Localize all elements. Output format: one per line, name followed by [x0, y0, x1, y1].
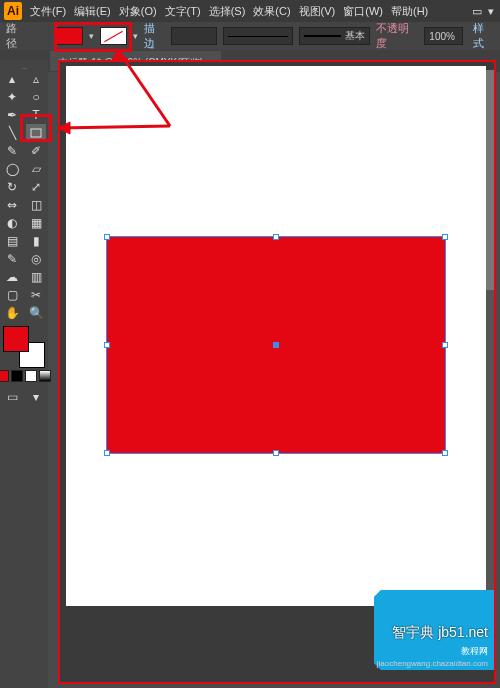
menu-object[interactable]: 对象(O) [119, 4, 157, 19]
width-tool[interactable]: ⇔ [2, 196, 22, 214]
eraser-tool[interactable]: ▱ [26, 160, 46, 178]
stroke-width-field[interactable] [171, 27, 217, 45]
handle-top-right[interactable] [442, 234, 448, 240]
eyedropper-tool[interactable]: ✎ [2, 250, 22, 268]
zoom-tool[interactable]: 🔍 [26, 304, 46, 322]
direct-selection-tool[interactable]: ▵ [26, 70, 46, 88]
menu-help[interactable]: 帮助(H) [391, 4, 428, 19]
handle-bottom-middle[interactable] [273, 450, 279, 456]
pencil-tool[interactable]: ✐ [26, 142, 46, 160]
selection-bounding-box[interactable] [106, 236, 446, 454]
handle-top-left[interactable] [104, 234, 110, 240]
hand-tool[interactable]: ✋ [2, 304, 22, 322]
handle-middle-left[interactable] [104, 342, 110, 348]
rotate-tool[interactable]: ↻ [2, 178, 22, 196]
artboard[interactable] [66, 66, 486, 606]
blend-tool[interactable]: ◎ [26, 250, 46, 268]
slice-tool[interactable]: ✂ [26, 286, 46, 304]
stroke-label[interactable]: 描边 [144, 21, 165, 51]
gradient-tool[interactable]: ▮ [26, 232, 46, 250]
scale-tool[interactable]: ⤢ [26, 178, 46, 196]
document-window: 智宇典 jb51.net 教程网 jiaochengwang.chazaidia… [58, 60, 496, 684]
handle-center[interactable] [273, 342, 279, 348]
opacity-field[interactable]: 100% [424, 27, 463, 45]
fill-stroke-control[interactable] [3, 326, 45, 368]
opacity-label[interactable]: 不透明度 [376, 21, 418, 51]
mesh-tool[interactable]: ▤ [2, 232, 22, 250]
menu-file[interactable]: 文件(F) [30, 4, 66, 19]
menu-window[interactable]: 窗口(W) [343, 4, 383, 19]
blob-brush-tool[interactable]: ◯ [2, 160, 22, 178]
handle-middle-right[interactable] [442, 342, 448, 348]
fill-dropdown-icon[interactable]: ▾ [89, 31, 94, 41]
style-label[interactable]: 样式 [473, 21, 494, 51]
handle-bottom-left[interactable] [104, 450, 110, 456]
symbol-sprayer-tool[interactable]: ☁ [2, 268, 22, 286]
menu-type[interactable]: 文字(T) [165, 4, 201, 19]
watermark-corner: 智宇典 jb51.net 教程网 jiaochengwang.chazaidia… [374, 590, 494, 670]
fill-swatch[interactable] [56, 27, 83, 45]
handle-top-middle[interactable] [273, 234, 279, 240]
watermark-text-2: 教程网 [461, 645, 488, 658]
app-logo: Ai [4, 2, 22, 20]
fill-color-box[interactable] [3, 326, 29, 352]
screen-mode-menu-icon[interactable]: ▾ [26, 388, 46, 406]
selection-tool[interactable]: ▴ [2, 70, 22, 88]
rectangle-tool[interactable] [26, 124, 46, 142]
scrollbar-thumb[interactable] [486, 70, 494, 290]
workspace-icon[interactable]: ▭ [472, 5, 482, 18]
lasso-tool[interactable]: ○ [26, 88, 46, 106]
artboard-tool[interactable]: ▢ [2, 286, 22, 304]
stroke-dropdown-icon[interactable]: ▾ [133, 31, 138, 41]
menubar: Ai 文件(F) 编辑(E) 对象(O) 文字(T) 选择(S) 效果(C) 视… [0, 0, 500, 22]
brush-style-field[interactable]: 基本 [299, 27, 370, 45]
mode-label: 路径 [6, 21, 27, 51]
handle-bottom-right[interactable] [442, 450, 448, 456]
watermark-text-1: 智宇典 jb51.net [392, 624, 488, 642]
watermark-text-3: jiaochengwang.chazaidian.com [377, 659, 488, 668]
pen-tool[interactable]: ✒ [2, 106, 22, 124]
line-tool[interactable]: ╲ [2, 124, 22, 142]
menu-right-icons: ▭ ▾ [472, 5, 500, 18]
color-mode-row [0, 370, 51, 382]
stroke-profile-field[interactable] [223, 27, 293, 45]
magic-wand-tool[interactable]: ✦ [2, 88, 22, 106]
swatch-gradient[interactable] [39, 370, 51, 382]
stroke-swatch[interactable] [100, 27, 127, 45]
graph-tool[interactable]: ▥ [26, 268, 46, 286]
control-bar: 路径 ▾ ▾ 描边 基本 不透明度 100% 样式 [0, 22, 500, 50]
screen-mode-tool[interactable]: ▭ [2, 388, 22, 406]
menu-select[interactable]: 选择(S) [209, 4, 246, 19]
menu-effect[interactable]: 效果(C) [253, 4, 290, 19]
menu-edit[interactable]: 编辑(E) [74, 4, 111, 19]
svg-rect-0 [31, 129, 41, 137]
style-basic-label: 基本 [345, 29, 365, 43]
free-transform-tool[interactable]: ◫ [26, 196, 46, 214]
type-tool[interactable]: T [26, 106, 46, 124]
menu-view[interactable]: 视图(V) [299, 4, 336, 19]
tools-panel: ┄ ▴▵ ✦○ ✒T ╲ ✎✐ ◯▱ ↻⤢ ⇔◫ ◐▦ ▤▮ ✎◎ ☁▥ ▢✂ … [0, 60, 48, 688]
vertical-scrollbar[interactable] [486, 70, 494, 622]
shape-builder-tool[interactable]: ◐ [2, 214, 22, 232]
paintbrush-tool[interactable]: ✎ [2, 142, 22, 160]
swatch-black[interactable] [11, 370, 23, 382]
swatch-color[interactable] [0, 370, 9, 382]
search-icon[interactable]: ▾ [488, 5, 494, 18]
perspective-tool[interactable]: ▦ [26, 214, 46, 232]
swatch-white[interactable] [25, 370, 37, 382]
